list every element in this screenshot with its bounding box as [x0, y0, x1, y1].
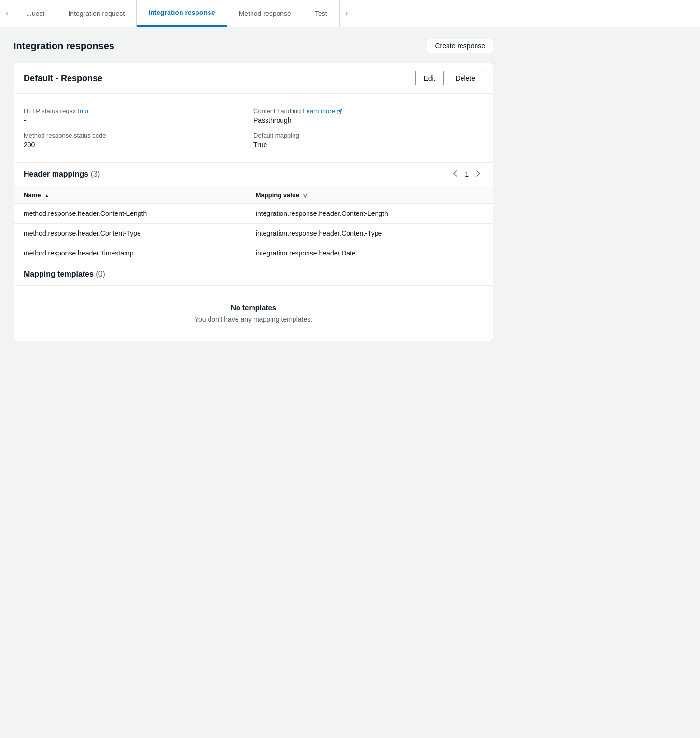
- tab-next-arrow[interactable]: ›: [339, 0, 354, 27]
- main-content: Integration responses Create response De…: [0, 27, 507, 353]
- mapping-templates-section-header: Mapping templates (0): [14, 263, 493, 286]
- default-mapping-cell: Default mapping True: [253, 128, 483, 153]
- response-card: Default - Response Edit Delete HTTP stat…: [14, 63, 493, 341]
- pagination-page: 1: [465, 170, 469, 178]
- tab-method-request[interactable]: ...uest: [14, 0, 56, 27]
- name-cell: method.response.header.Content-Type: [14, 224, 246, 243]
- info-grid: HTTP status regex Info - Content handlin…: [14, 94, 493, 163]
- tab-integration-request[interactable]: Integration request: [56, 0, 137, 27]
- mapping-value-cell: integration.response.header.Content-Type: [246, 224, 493, 243]
- content-handling-learn-more-link[interactable]: Learn more: [303, 107, 343, 114]
- card-actions: Edit Delete: [415, 71, 483, 85]
- edit-button[interactable]: Edit: [415, 71, 443, 85]
- table-row: method.response.header.Content-Typeinteg…: [14, 224, 493, 243]
- empty-state-description: You don't have any mapping templates.: [24, 315, 483, 323]
- mapping-value-cell: integration.response.header.Content-Leng…: [246, 204, 493, 224]
- delete-button[interactable]: Delete: [448, 71, 483, 85]
- table-row: method.response.header.Timestampintegrat…: [14, 243, 493, 263]
- mapping-value-sort-icon: ▽: [303, 193, 307, 198]
- method-response-status-code-value: 200: [24, 141, 248, 149]
- header-mappings-table: Name ▲ Mapping value ▽ method.response.h…: [14, 186, 493, 263]
- default-mapping-value: True: [253, 141, 477, 149]
- default-mapping-label: Default mapping: [253, 132, 477, 139]
- tab-test[interactable]: Test: [303, 0, 339, 27]
- header-mappings-section-header: Header mappings (3) 1: [14, 163, 493, 186]
- mapping-value-cell: integration.response.header.Date: [246, 243, 493, 263]
- method-response-status-code-label: Method response status code: [24, 132, 248, 139]
- method-response-status-code-cell: Method response status code 200: [24, 128, 253, 153]
- content-handling-label: Content handling Learn more: [253, 107, 477, 114]
- http-status-info-link[interactable]: Info: [78, 107, 88, 114]
- card-header: Default - Response Edit Delete: [14, 63, 493, 94]
- header-mappings-title: Header mappings (3): [24, 170, 100, 179]
- mapping-templates-title: Mapping templates (0): [24, 270, 105, 279]
- mapping-value-column-header[interactable]: Mapping value ▽: [246, 186, 493, 204]
- empty-state: No templates You don't have any mapping …: [14, 286, 493, 341]
- chevron-left-icon: [453, 170, 457, 177]
- tab-navigation: ‹ ...uest Integration request Integratio…: [0, 0, 700, 27]
- page-title: Integration responses: [14, 41, 114, 52]
- content-handling-value: Passthrough: [253, 116, 477, 124]
- pagination-prev-button[interactable]: [450, 170, 460, 179]
- name-sort-icon: ▲: [44, 193, 49, 198]
- header-mappings-count: (3): [91, 170, 100, 178]
- tab-integration-response[interactable]: Integration response: [137, 0, 227, 27]
- table-header-row: Name ▲ Mapping value ▽: [14, 186, 493, 204]
- http-status-regex-label: HTTP status regex Info: [24, 107, 248, 114]
- http-status-regex-value: -: [24, 116, 248, 124]
- name-cell: method.response.header.Content-Length: [14, 204, 246, 224]
- mapping-templates-count: (0): [96, 270, 105, 278]
- tab-prev-arrow[interactable]: ‹: [0, 0, 14, 27]
- http-status-regex-cell: HTTP status regex Info -: [24, 103, 253, 128]
- pagination-next-button[interactable]: [474, 170, 483, 179]
- pagination: 1: [450, 170, 483, 179]
- empty-state-title: No templates: [24, 303, 483, 312]
- external-link-icon: [336, 108, 343, 114]
- create-response-button[interactable]: Create response: [427, 39, 493, 53]
- chevron-right-icon: [476, 170, 480, 177]
- table-row: method.response.header.Content-Lengthint…: [14, 204, 493, 224]
- tab-method-response[interactable]: Method response: [227, 0, 303, 27]
- content-handling-cell: Content handling Learn more Passthrough: [253, 103, 483, 128]
- page-header: Integration responses Create response: [14, 39, 493, 53]
- name-cell: method.response.header.Timestamp: [14, 243, 246, 263]
- name-column-header[interactable]: Name ▲: [14, 186, 246, 204]
- card-title: Default - Response: [24, 73, 102, 84]
